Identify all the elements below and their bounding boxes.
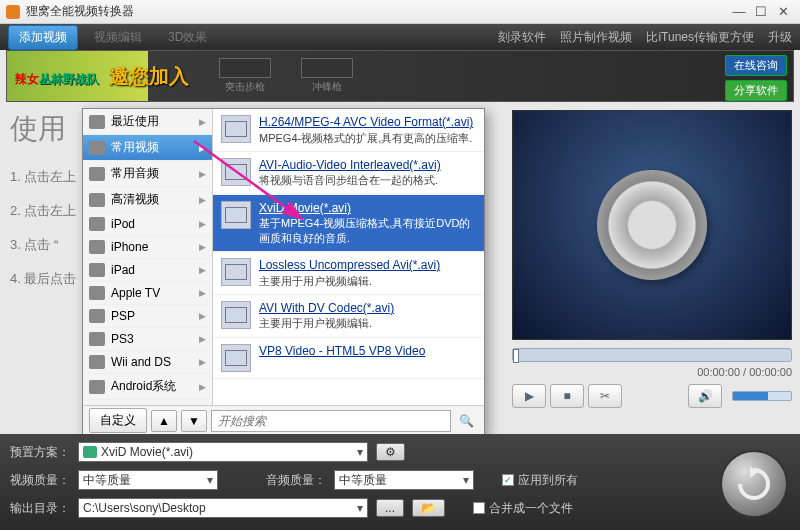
close-button[interactable]: ✕: [772, 4, 794, 19]
preview-panel: 00:00:00 / 00:00:00 ▶ ■ ✂ 🔊: [512, 110, 792, 408]
format-icon: [221, 201, 251, 229]
format-popup: 最近使用▶常用视频▶常用音频▶高清视频▶iPod▶iPhone▶iPad▶App…: [82, 108, 485, 436]
usage-heading: 使用: [10, 110, 76, 148]
format-item[interactable]: H.264/MPEG-4 AVC Video Format(*.avi)MPEG…: [213, 109, 484, 152]
category-icon: [89, 167, 105, 181]
usage-step-4: 4. 最后点击: [10, 270, 76, 288]
usage-guide: 使用 1. 点击左上 2. 点击左上 3. 点击 “ 4. 最后点击: [10, 110, 76, 304]
category-list: 最近使用▶常用视频▶常用音频▶高清视频▶iPod▶iPhone▶iPad▶App…: [83, 109, 213, 405]
category-label: iPad: [111, 263, 135, 277]
banner-gun2: 冲锋枪: [301, 58, 353, 94]
category-label: Apple TV: [111, 286, 160, 300]
category-item[interactable]: 常用音频▶: [83, 161, 212, 187]
output-dir-input[interactable]: C:\Users\sony\Desktop▾: [78, 498, 368, 518]
format-item[interactable]: Lossless Uncompressed Avi(*.avi)主要用于用户视频…: [213, 252, 484, 295]
format-desc: 基于MPEG4-视频压缩格式,具有接近DVD的画质和良好的音质.: [259, 216, 476, 245]
convert-button[interactable]: [720, 450, 788, 518]
stop-button[interactable]: ■: [550, 384, 584, 408]
category-item[interactable]: Wii and DS▶: [83, 351, 212, 374]
category-item[interactable]: 最近使用▶: [83, 109, 212, 135]
format-name: AVI With DV Codec(*.avi): [259, 301, 476, 317]
category-icon: [89, 115, 105, 129]
format-icon: [221, 258, 251, 286]
search-input[interactable]: [211, 410, 451, 432]
usage-step-1: 1. 点击左上: [10, 168, 76, 186]
video-quality-select[interactable]: 中等质量▾: [78, 470, 218, 490]
format-item[interactable]: VP8 Video - HTML5 VP8 Video: [213, 338, 484, 379]
play-button[interactable]: ▶: [512, 384, 546, 408]
category-icon: [89, 217, 105, 231]
seek-bar[interactable]: [512, 348, 792, 362]
nav-up-button[interactable]: ▲: [151, 410, 177, 432]
category-label: 常用音频: [111, 165, 159, 182]
category-icon: [89, 141, 105, 155]
format-item[interactable]: AVI With DV Codec(*.avi)主要用于用户视频编辑.: [213, 295, 484, 338]
volume-slider[interactable]: [732, 391, 792, 401]
main-toolbar: 添加视频 视频编辑 3D效果 刻录软件 照片制作视频 比iTunes传输更方便 …: [0, 24, 800, 50]
preview-screen: [512, 110, 792, 340]
minimize-button[interactable]: —: [728, 4, 750, 19]
search-icon[interactable]: 🔍: [455, 414, 478, 428]
audio-quality-select[interactable]: 中等质量▾: [334, 470, 474, 490]
category-icon: [89, 286, 105, 300]
category-label: Android系统: [111, 378, 176, 395]
add-video-button[interactable]: 添加视频: [8, 25, 78, 50]
apply-all-checkbox[interactable]: ✓应用到所有: [502, 472, 578, 489]
bottom-panel: 预置方案： XviD Movie(*.avi)▾ ⚙ 视频质量： 中等质量▾ 音…: [0, 434, 800, 530]
category-icon: [89, 380, 105, 394]
category-icon: [89, 355, 105, 369]
mute-button[interactable]: 🔊: [688, 384, 722, 408]
ad-banner[interactable]: 辣女丛林野战队 邀您加入 突击步枪 冲锋枪 在线咨询 分享软件: [6, 50, 794, 102]
category-label: 常用视频: [111, 139, 159, 156]
category-label: Wii and DS: [111, 355, 171, 369]
format-icon: [221, 344, 251, 372]
format-icon: [221, 158, 251, 186]
format-item[interactable]: AVI-Audio-Video Interleaved(*.avi)将视频与语音…: [213, 152, 484, 195]
link-photo[interactable]: 照片制作视频: [560, 29, 632, 46]
format-name: Lossless Uncompressed Avi(*.avi): [259, 258, 476, 274]
preset-select[interactable]: XviD Movie(*.avi)▾: [78, 442, 368, 462]
category-item[interactable]: 常用视频▶: [83, 135, 212, 161]
category-label: PS3: [111, 332, 134, 346]
titlebar: 狸窝全能视频转换器 — ☐ ✕: [0, 0, 800, 24]
format-desc: 主要用于用户视频编辑.: [259, 274, 476, 288]
category-label: 最近使用: [111, 113, 159, 130]
category-item[interactable]: 高清视频▶: [83, 187, 212, 213]
category-item[interactable]: Apple TV▶: [83, 282, 212, 305]
browse-button[interactable]: ...: [376, 499, 404, 517]
category-item[interactable]: iPod▶: [83, 213, 212, 236]
snapshot-button[interactable]: ✂: [588, 384, 622, 408]
banner-share[interactable]: 分享软件: [725, 80, 787, 101]
category-item[interactable]: PSP▶: [83, 305, 212, 328]
link-upgrade[interactable]: 升级: [768, 29, 792, 46]
banner-consult[interactable]: 在线咨询: [725, 55, 787, 76]
reel-icon: [597, 170, 707, 280]
popup-footer: 自定义 ▲ ▼ 🔍: [83, 405, 484, 435]
custom-button[interactable]: 自定义: [89, 408, 147, 433]
banner-tail: 邀您加入: [109, 63, 189, 90]
maximize-button[interactable]: ☐: [750, 4, 772, 19]
format-list: H.264/MPEG-4 AVC Video Format(*.avi)MPEG…: [213, 109, 484, 405]
open-folder-button[interactable]: 📂: [412, 499, 445, 517]
category-item[interactable]: Android系统▶: [83, 374, 212, 400]
format-icon: [221, 301, 251, 329]
category-label: 高清视频: [111, 191, 159, 208]
category-item[interactable]: PS3▶: [83, 328, 212, 351]
time-display: 00:00:00 / 00:00:00: [512, 366, 792, 378]
category-icon: [89, 240, 105, 254]
nav-down-button[interactable]: ▼: [181, 410, 207, 432]
format-name: VP8 Video - HTML5 VP8 Video: [259, 344, 476, 360]
link-itunes[interactable]: 比iTunes传输更方便: [646, 29, 754, 46]
link-burn[interactable]: 刻录软件: [498, 29, 546, 46]
effect-3d-button[interactable]: 3D效果: [158, 26, 217, 49]
preset-settings-button[interactable]: ⚙: [376, 443, 405, 461]
merge-checkbox[interactable]: 合并成一个文件: [473, 500, 573, 517]
category-label: iPod: [111, 217, 135, 231]
format-item[interactable]: XviD Movie(*.avi)基于MPEG4-视频压缩格式,具有接近DVD的…: [213, 195, 484, 252]
category-item[interactable]: iPad▶: [83, 259, 212, 282]
preset-label: 预置方案：: [10, 444, 70, 461]
edit-video-button[interactable]: 视频编辑: [84, 26, 152, 49]
category-item[interactable]: iPhone▶: [83, 236, 212, 259]
category-icon: [89, 332, 105, 346]
format-icon: [221, 115, 251, 143]
